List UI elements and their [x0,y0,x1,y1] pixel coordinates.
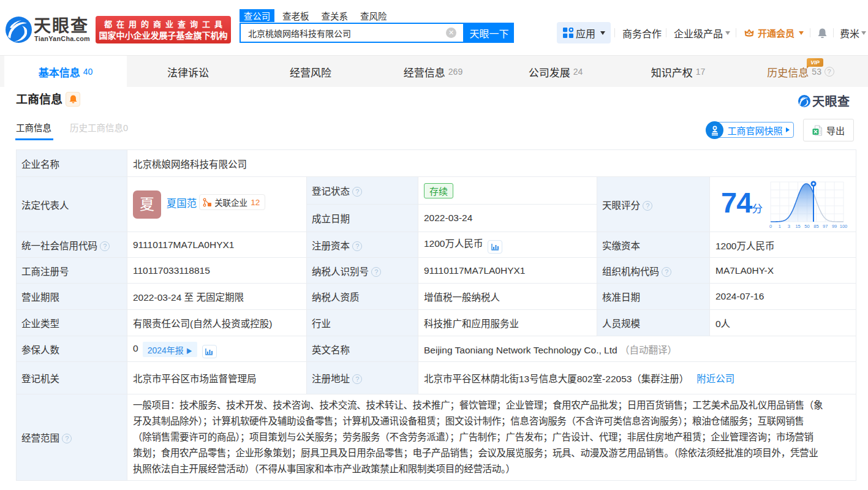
svg-text:15: 15 [795,224,800,228]
svg-text:97: 97 [823,224,828,228]
svg-text:100: 100 [840,224,848,228]
svg-text:1: 1 [779,224,781,228]
svg-text:50: 50 [804,224,809,228]
svg-text:99: 99 [832,224,837,228]
svg-text:0: 0 [769,224,772,228]
svg-text:85: 85 [813,224,818,228]
svg-text:3: 3 [788,224,790,228]
